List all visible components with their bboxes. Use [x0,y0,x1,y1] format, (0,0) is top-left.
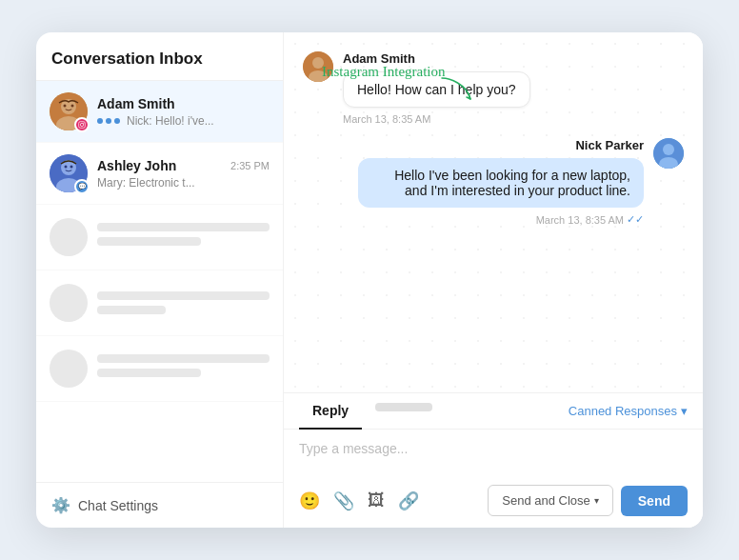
placeholder-avatar-1 [50,218,88,256]
preview-text-adam: Nick: Hello! i've... [127,114,214,128]
chat-badge-ashley: 💬 [74,179,90,194]
send-button[interactable]: Send [621,486,688,516]
dot-3 [114,118,120,124]
inactive-tab-placeholder [375,403,432,411]
instagram-integration-label: Instagram Integration [322,64,446,79]
double-check-icon: ✓✓ [627,213,644,226]
chat-area: Adam Smith Hello! How can I help you? Ma… [284,32,703,528]
placeholder-row-3 [36,336,283,402]
svg-rect-5 [79,122,86,129]
sidebar: Conversation Inbox [36,32,284,528]
settings-icon: ⚙️ [51,496,70,514]
conv-preview-adam: Nick: Hello! i've... [97,114,270,128]
toolbar-actions: Send and Close ▾ Send [488,485,688,516]
reply-toolbar: 🙂 📎 🖼 🔗 Send and Close ▾ Send [284,477,703,528]
conv-name-ashley: Ashley John [97,158,176,173]
send-close-button[interactable]: Send and Close ▾ [488,485,613,516]
msg-avatar-nick [653,138,684,169]
sent-bubble: Hello I've been looking for a new laptop… [358,158,644,208]
conv-time-ashley: 2:35 PM [230,160,270,171]
svg-point-12 [70,166,73,169]
reply-tab-active[interactable]: Reply [299,393,362,430]
chat-settings-label: Chat Settings [78,498,158,513]
sent-time: March 13, 8:35 AM ✓✓ [303,213,644,226]
dot-2 [106,118,111,124]
arrow-icon [440,76,474,103]
sent-bubble-wrap: Nick Parker Hello I've been looking for … [358,138,644,208]
placeholder-lines-3 [97,354,270,383]
conv-info-adam: Adam Smith Nick: Hello! i've... [97,96,270,128]
reply-tabs: Reply Canned Responses ▾ [284,393,703,430]
send-close-label: Send and Close [502,493,590,508]
reply-tab-inactive[interactable] [362,393,446,430]
reply-placeholder: Type a message... [299,441,688,456]
svg-point-7 [83,123,84,124]
attachment-icon[interactable]: 📎 [333,490,354,511]
svg-point-6 [80,123,83,126]
toolbar-icons: 🙂 📎 🖼 🔗 [299,490,419,511]
conv-name-adam: Adam Smith [97,96,175,111]
conv-info-ashley: Ashley John 2:35 PM Mary: Electronic t..… [97,158,270,190]
sent-sender-name: Nick Parker [358,138,644,152]
reply-input-area[interactable]: Type a message... [284,430,703,477]
placeholder-line-3b [97,369,201,377]
canned-responses-label: Canned Responses [569,404,677,418]
placeholder-line-1b [97,237,201,246]
canned-responses-button[interactable]: Canned Responses ▾ [569,404,688,418]
svg-point-3 [64,105,67,108]
sidebar-header: Conversation Inbox [36,32,283,81]
placeholder-line-1a [97,223,270,231]
reply-tab-group: Reply [299,393,446,429]
avatar-wrap-ashley: 💬 [50,154,88,192]
chat-messages: Adam Smith Hello! How can I help you? Ma… [284,32,703,392]
link-icon[interactable]: 🔗 [398,490,419,511]
placeholder-row-1 [36,205,283,270]
received-time: March 13, 8:35 AM [343,113,684,125]
svg-point-11 [65,166,68,169]
dot-1 [97,118,103,124]
placeholder-lines-1 [97,223,270,251]
conv-preview-ashley: Mary: Electronic t... [97,176,270,190]
placeholder-avatar-2 [50,284,88,322]
message-sent-nick: Nick Parker Hello I've been looking for … [303,138,684,208]
conversation-item-ashley[interactable]: 💬 Ashley John 2:35 PM Mary: Electronic t… [36,143,283,205]
main-container: Conversation Inbox [36,32,703,528]
placeholder-avatar-3 [50,350,88,388]
placeholder-row-2 [36,270,283,336]
svg-point-17 [663,144,674,155]
conversation-list: Adam Smith Nick: Hello! i've... [36,81,283,482]
svg-point-4 [71,105,74,108]
avatar-wrap-adam [50,92,88,130]
conversation-item-adam[interactable]: Adam Smith Nick: Hello! i've... [36,81,283,143]
placeholder-line-2b [97,306,166,314]
send-close-chevron-icon: ▾ [594,495,599,506]
instagram-badge-adam [74,117,90,132]
sidebar-footer[interactable]: ⚙️ Chat Settings [36,482,283,528]
canned-chevron-icon: ▾ [681,404,688,418]
placeholder-lines-2 [97,291,270,314]
reply-area: Reply Canned Responses ▾ Type a message.… [284,392,703,528]
placeholder-line-3a [97,354,270,363]
image-icon[interactable]: 🖼 [368,490,385,510]
placeholder-line-2a [97,291,270,300]
emoji-icon[interactable]: 🙂 [299,490,320,511]
